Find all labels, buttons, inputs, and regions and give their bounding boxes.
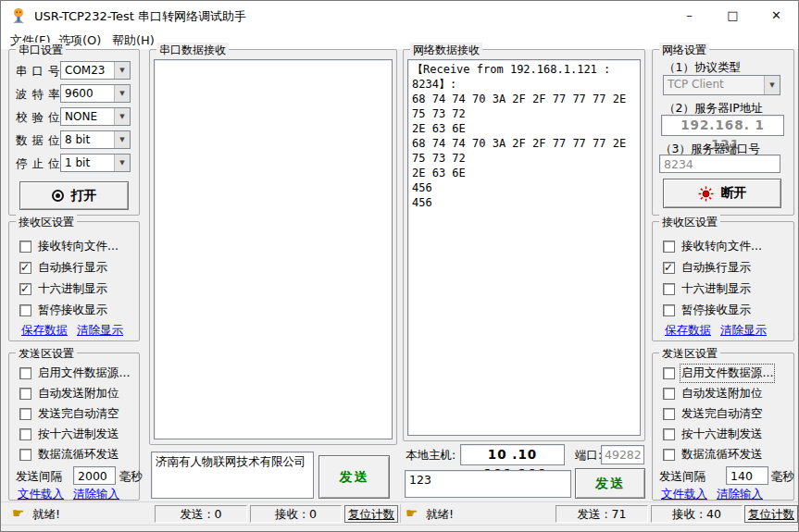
- net-recv-area[interactable]: 【Receive from 192.168.1.121 : 8234】: 68 …: [407, 59, 641, 436]
- interval-input-left[interactable]: [73, 466, 116, 485]
- checkbox-label: 自动发送附加位: [38, 386, 119, 402]
- protocol-type-select: TCP Client ▼: [663, 75, 780, 95]
- serial-send-label: 发送: [340, 469, 369, 486]
- clear-after-send-right[interactable]: 发送完自动清空: [663, 407, 763, 421]
- clear-input-link-left[interactable]: 清除输入: [73, 487, 119, 502]
- checkbox[interactable]: [663, 262, 675, 274]
- open-serial-button[interactable]: 打开: [19, 181, 129, 210]
- pause-recv-right[interactable]: 暂停接收显示: [663, 303, 751, 317]
- serial-reset-count-button[interactable]: 复位计数: [344, 505, 398, 523]
- file-source-right[interactable]: 启用文件数据源...: [663, 366, 773, 380]
- checkbox[interactable]: [19, 262, 31, 274]
- file-load-link-right[interactable]: 文件载入: [661, 487, 707, 502]
- baud-rate-value: 9600: [61, 85, 114, 102]
- net-send-label: 发送: [595, 476, 625, 492]
- parity-label: 校验位: [16, 110, 65, 126]
- checkbox-label: 发送完自动清空: [38, 406, 119, 422]
- recv-to-file-right[interactable]: 接收转向文件...: [663, 240, 762, 254]
- checkbox-label: 暂停接收显示: [681, 303, 751, 318]
- close-button[interactable]: ✕: [755, 1, 798, 31]
- disconnect-button[interactable]: 断开: [663, 179, 781, 208]
- stop-bits-select[interactable]: 1 bit ▼: [60, 154, 131, 172]
- parity-select[interactable]: NONE ▼: [60, 107, 131, 126]
- checkbox[interactable]: [19, 283, 31, 295]
- interval-unit-left: 毫秒: [119, 469, 143, 485]
- checkbox-label: 接收转向文件...: [681, 239, 762, 254]
- checkbox-label: 按十六进制发送: [38, 427, 119, 442]
- serial-recv-area[interactable]: [154, 59, 393, 439]
- checkbox[interactable]: [19, 388, 31, 400]
- chevron-down-icon[interactable]: ▼: [114, 131, 130, 148]
- interval-input-right[interactable]: [726, 466, 768, 485]
- baud-rate-select[interactable]: 9600 ▼: [60, 84, 131, 103]
- file-load-link-left[interactable]: 文件载入: [18, 487, 64, 502]
- chevron-down-icon[interactable]: ▼: [114, 108, 130, 125]
- data-bits-value: 8 bit: [61, 131, 114, 148]
- checkbox-label: 接收转向文件...: [38, 239, 119, 254]
- checkbox[interactable]: [19, 241, 31, 253]
- hex-send-left[interactable]: 按十六进制发送: [19, 427, 119, 441]
- data-bits-select[interactable]: 8 bit ▼: [60, 130, 131, 149]
- checkbox[interactable]: [663, 304, 675, 316]
- net-status-text: 就绪!: [426, 507, 454, 523]
- clear-display-link-left[interactable]: 清除显示: [77, 323, 123, 339]
- hand-pointer-icon: ☛: [12, 505, 24, 522]
- minimize-button[interactable]: –: [668, 1, 711, 31]
- hand-pointer-icon: ☛: [406, 505, 418, 522]
- auto-newline-right[interactable]: 自动换行显示: [663, 261, 751, 275]
- serial-status-text: 就绪!: [32, 507, 60, 523]
- serial-send-button[interactable]: 发送: [318, 455, 390, 499]
- checkbox[interactable]: [663, 367, 675, 379]
- pause-recv-left[interactable]: 暂停接收显示: [19, 303, 107, 317]
- checkbox[interactable]: [19, 428, 31, 440]
- checkbox[interactable]: [663, 428, 675, 440]
- connected-led-icon: [698, 186, 714, 202]
- hex-display-left[interactable]: 十六进制显示: [19, 282, 107, 296]
- net-reset-count-button[interactable]: 复位计数: [744, 505, 798, 523]
- serial-data-recv-title: 串口数据接收: [156, 43, 229, 58]
- maximize-button[interactable]: □: [711, 1, 755, 31]
- serial-recv-settings-title: 接收区设置: [16, 215, 77, 230]
- recv-to-file-left[interactable]: 接收转向文件...: [19, 240, 119, 254]
- serial-send-input[interactable]: 济南有人物联网技术有限公司: [151, 452, 314, 499]
- checkbox-label: 启用文件数据源...: [38, 365, 130, 381]
- local-host-ip-field[interactable]: 10 .10 .100.100: [460, 444, 565, 465]
- net-send-count: 发送 : 71: [556, 505, 648, 523]
- checkbox[interactable]: [19, 408, 31, 420]
- checkbox[interactable]: [19, 449, 31, 461]
- loop-send-right[interactable]: 数据流循环发送: [663, 448, 763, 462]
- loop-send-left[interactable]: 数据流循环发送: [19, 448, 119, 462]
- checkbox[interactable]: [19, 367, 31, 379]
- chevron-down-icon[interactable]: ▼: [114, 62, 130, 79]
- chevron-down-icon[interactable]: ▼: [114, 155, 130, 171]
- menu-help[interactable]: 帮助(H): [108, 32, 158, 49]
- checkbox[interactable]: [663, 449, 675, 461]
- data-bits-label: 数据位: [16, 133, 65, 149]
- checkbox[interactable]: [663, 388, 675, 400]
- checkbox[interactable]: [663, 408, 675, 420]
- com-port-select[interactable]: COM23 ▼: [60, 61, 131, 80]
- checkbox[interactable]: [19, 304, 31, 316]
- clear-after-send-left[interactable]: 发送完自动清空: [19, 407, 119, 421]
- status-divider: [400, 504, 401, 523]
- checkbox[interactable]: [663, 283, 675, 295]
- hex-send-right[interactable]: 按十六进制发送: [663, 427, 763, 441]
- window-title: USR-TCP232-Test 串口转网络调试助手: [34, 8, 246, 25]
- clear-input-link-right[interactable]: 清除输入: [717, 487, 763, 502]
- checkbox[interactable]: [663, 241, 675, 253]
- auto-newline-left[interactable]: 自动换行显示: [19, 261, 107, 275]
- auto-append-left[interactable]: 自动发送附加位: [19, 387, 119, 401]
- protocol-type-label: （1）协议类型: [664, 60, 741, 76]
- chevron-down-icon[interactable]: ▼: [114, 85, 130, 102]
- net-data-recv-title: 网络数据接收: [410, 43, 482, 58]
- net-send-button[interactable]: 发送: [575, 468, 645, 499]
- serial-settings-title: 串口设置: [16, 43, 66, 58]
- auto-append-right[interactable]: 自动发送附加位: [663, 387, 763, 401]
- hex-display-right[interactable]: 十六进制显示: [663, 282, 751, 296]
- save-data-link-right[interactable]: 保存数据: [665, 323, 711, 339]
- save-data-link-left[interactable]: 保存数据: [21, 323, 68, 339]
- clear-display-link-right[interactable]: 清除显示: [720, 323, 767, 339]
- interval-label-right: 发送间隔: [659, 469, 705, 485]
- net-send-input[interactable]: 123: [405, 470, 571, 498]
- file-source-left[interactable]: 启用文件数据源...: [19, 366, 130, 380]
